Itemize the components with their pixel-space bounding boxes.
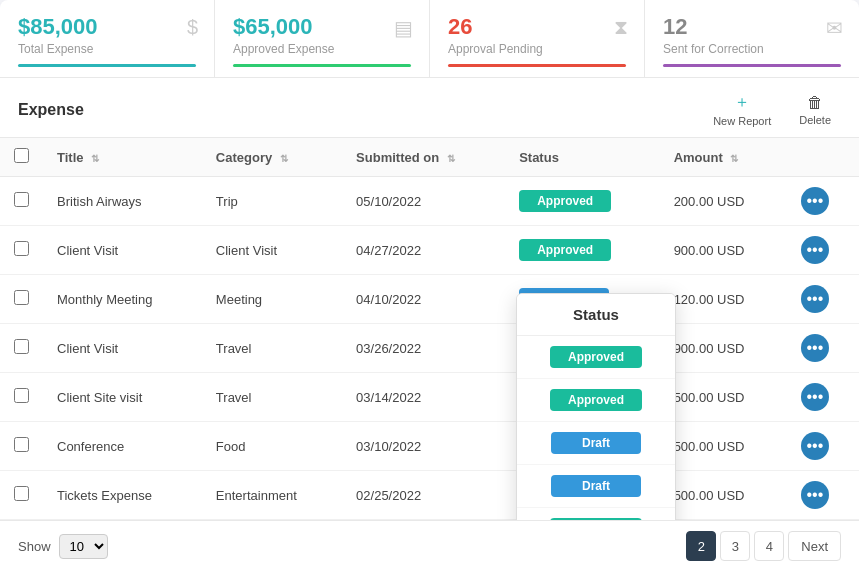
row-checkbox-3[interactable] bbox=[14, 339, 29, 354]
status-dropdown: Status Approved Approved Draft Draft App… bbox=[516, 293, 676, 520]
status-option-5[interactable]: Approved bbox=[517, 508, 675, 520]
page-2-button[interactable]: 2 bbox=[686, 531, 716, 561]
row-amount: 500.00 USD bbox=[660, 471, 787, 520]
sent-correction-value: 12 bbox=[663, 14, 841, 40]
sort-title-icon[interactable]: ⇅ bbox=[91, 153, 99, 164]
header-checkbox-cell bbox=[0, 138, 43, 177]
show-select[interactable]: 5 10 25 50 bbox=[59, 534, 108, 559]
approved-expense-value: $65,000 bbox=[233, 14, 411, 40]
new-report-label: New Report bbox=[713, 115, 771, 127]
approval-pending-value: 26 bbox=[448, 14, 626, 40]
header-submitted: Submitted on ⇅ bbox=[342, 138, 505, 177]
status-badge-approved-2: Approved bbox=[550, 389, 642, 411]
page-3-button[interactable]: 3 bbox=[720, 531, 750, 561]
more-options-button[interactable]: ••• bbox=[801, 187, 829, 215]
more-options-button[interactable]: ••• bbox=[801, 236, 829, 264]
row-actions: ••• bbox=[787, 275, 859, 324]
new-report-button[interactable]: ＋ New Report bbox=[703, 88, 781, 131]
row-actions: ••• bbox=[787, 471, 859, 520]
pending-icon: ⧗ bbox=[614, 16, 628, 39]
table-row: Conference Food 03/10/2022 Approved 500.… bbox=[0, 422, 859, 471]
total-expense-bar bbox=[18, 64, 196, 67]
more-options-button[interactable]: ••• bbox=[801, 481, 829, 509]
more-options-button[interactable]: ••• bbox=[801, 334, 829, 362]
status-badge-approved-1: Approved bbox=[550, 346, 642, 368]
page-title: Expense bbox=[18, 101, 84, 119]
row-amount: 500.00 USD bbox=[660, 373, 787, 422]
row-category: Entertainment bbox=[202, 471, 342, 520]
row-checkbox-1[interactable] bbox=[14, 241, 29, 256]
show-section: Show 5 10 25 50 bbox=[18, 534, 108, 559]
row-amount: 120.00 USD bbox=[660, 275, 787, 324]
delete-label: Delete bbox=[799, 114, 831, 126]
approval-pending-bar bbox=[448, 64, 626, 67]
approved-expense-label: Approved Expense bbox=[233, 42, 411, 56]
row-submitted: 04/10/2022 bbox=[342, 275, 505, 324]
next-page-button[interactable]: Next bbox=[788, 531, 841, 561]
approved-icon: ▤ bbox=[394, 16, 413, 40]
row-submitted: 03/10/2022 bbox=[342, 422, 505, 471]
row-checkbox-4[interactable] bbox=[14, 388, 29, 403]
row-checkbox-cell bbox=[0, 324, 43, 373]
main-container: $ $85,000 Total Expense ▤ $65,000 Approv… bbox=[0, 0, 859, 561]
table-row: Client Site visit Travel 03/14/2022 Appr… bbox=[0, 373, 859, 422]
stat-approved-expense: ▤ $65,000 Approved Expense bbox=[215, 0, 430, 77]
show-label: Show bbox=[18, 539, 51, 554]
row-checkbox-cell bbox=[0, 275, 43, 324]
row-actions: ••• bbox=[787, 177, 859, 226]
plus-icon: ＋ bbox=[734, 92, 750, 113]
header-actions bbox=[787, 138, 859, 177]
row-title: Client Site visit bbox=[43, 373, 202, 422]
row-checkbox-0[interactable] bbox=[14, 192, 29, 207]
row-checkbox-2[interactable] bbox=[14, 290, 29, 305]
row-title: British Airways bbox=[43, 177, 202, 226]
stat-sent-correction: ✉ 12 Sent for Correction bbox=[645, 0, 859, 77]
table-row: Client Visit Client Visit 04/27/2022 App… bbox=[0, 226, 859, 275]
row-checkbox-6[interactable] bbox=[14, 486, 29, 501]
row-category: Travel bbox=[202, 373, 342, 422]
send-icon: ✉ bbox=[826, 16, 843, 40]
toolbar-actions: ＋ New Report 🗑 Delete bbox=[703, 88, 841, 131]
row-checkbox-5[interactable] bbox=[14, 437, 29, 452]
dollar-icon: $ bbox=[187, 16, 198, 39]
row-amount: 500.00 USD bbox=[660, 422, 787, 471]
header-amount: Amount ⇅ bbox=[660, 138, 787, 177]
row-status: Approved bbox=[505, 177, 660, 226]
approval-pending-label: Approval Pending bbox=[448, 42, 626, 56]
sort-category-icon[interactable]: ⇅ bbox=[280, 153, 288, 164]
pagination: 2 3 4 Next bbox=[686, 531, 841, 561]
table-body: British Airways Trip 05/10/2022 Approved… bbox=[0, 177, 859, 520]
row-checkbox-cell bbox=[0, 177, 43, 226]
row-amount: 900.00 USD bbox=[660, 324, 787, 373]
status-badge-draft-2: Draft bbox=[551, 475, 641, 497]
page-4-button[interactable]: 4 bbox=[754, 531, 784, 561]
select-all-checkbox[interactable] bbox=[14, 148, 29, 163]
status-option-4[interactable]: Draft bbox=[517, 465, 675, 508]
row-submitted: 05/10/2022 bbox=[342, 177, 505, 226]
table-header-row: Title ⇅ Category ⇅ Submitted on ⇅ Status… bbox=[0, 138, 859, 177]
expense-table: Title ⇅ Category ⇅ Submitted on ⇅ Status… bbox=[0, 138, 859, 520]
sort-submitted-icon[interactable]: ⇅ bbox=[447, 153, 455, 164]
table-row: Monthly Meeting Meeting 04/10/2022 Draft… bbox=[0, 275, 859, 324]
table-footer: Show 5 10 25 50 2 3 4 Next bbox=[0, 520, 859, 561]
more-options-button[interactable]: ••• bbox=[801, 432, 829, 460]
status-dropdown-header: Status bbox=[517, 294, 675, 336]
status-option-1[interactable]: Approved bbox=[517, 336, 675, 379]
delete-button[interactable]: 🗑 Delete bbox=[789, 90, 841, 130]
status-badge: Approved bbox=[519, 239, 611, 261]
total-expense-value: $85,000 bbox=[18, 14, 196, 40]
row-actions: ••• bbox=[787, 422, 859, 471]
more-options-button[interactable]: ••• bbox=[801, 285, 829, 313]
row-submitted: 03/14/2022 bbox=[342, 373, 505, 422]
header-title: Title ⇅ bbox=[43, 138, 202, 177]
status-badge-approved-3: Approved bbox=[550, 518, 642, 520]
row-title: Tickets Expense bbox=[43, 471, 202, 520]
sent-correction-label: Sent for Correction bbox=[663, 42, 841, 56]
row-title: Monthly Meeting bbox=[43, 275, 202, 324]
sort-amount-icon[interactable]: ⇅ bbox=[730, 153, 738, 164]
status-option-3[interactable]: Draft bbox=[517, 422, 675, 465]
row-category: Food bbox=[202, 422, 342, 471]
status-option-2[interactable]: Approved bbox=[517, 379, 675, 422]
more-options-button[interactable]: ••• bbox=[801, 383, 829, 411]
total-expense-label: Total Expense bbox=[18, 42, 196, 56]
